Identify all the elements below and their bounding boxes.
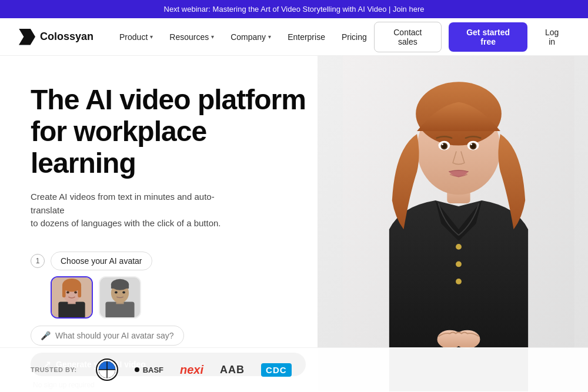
svg-point-19 bbox=[456, 261, 462, 267]
main-content: The AI video platformfor workplace learn… bbox=[0, 56, 588, 391]
contact-sales-button[interactable]: Contact sales bbox=[374, 22, 442, 52]
nav-pricing[interactable]: Pricing bbox=[335, 28, 374, 46]
cdc-badge: CDC bbox=[261, 363, 292, 377]
hero-subtitle: Create AI videos from text in minutes an… bbox=[31, 190, 230, 230]
svg-rect-5 bbox=[62, 285, 66, 297]
brand-logos: BASF nexi AAB CDC bbox=[96, 359, 292, 381]
step1-number: 1 bbox=[31, 254, 45, 268]
login-button[interactable]: Log in bbox=[534, 22, 569, 52]
nav-actions: Contact sales Get started free Log in bbox=[374, 22, 569, 52]
hero-background bbox=[318, 56, 588, 391]
nav-product[interactable]: Product ▾ bbox=[112, 28, 160, 46]
say-row: 🎤 What should your AI avatar say? bbox=[31, 326, 306, 346]
banner-text: Next webinar: Mastering the Art of Video… bbox=[164, 5, 425, 14]
svg-point-8 bbox=[74, 291, 77, 293]
avatar-female[interactable] bbox=[51, 276, 93, 319]
nav-company[interactable]: Company ▾ bbox=[223, 28, 278, 46]
cdc-logo: CDC bbox=[261, 363, 292, 377]
bmw-logo bbox=[96, 359, 118, 381]
basf-logo: BASF bbox=[135, 366, 163, 374]
avatar-male[interactable] bbox=[99, 276, 141, 319]
chevron-down-icon: ▾ bbox=[211, 33, 214, 40]
svg-point-15 bbox=[115, 291, 118, 293]
svg-point-20 bbox=[456, 279, 462, 284]
step1-label: Choose your AI avatar bbox=[51, 252, 152, 270]
nav-enterprise[interactable]: Enterprise bbox=[280, 28, 332, 46]
aab-logo: AAB bbox=[220, 364, 245, 376]
svg-point-18 bbox=[456, 244, 462, 250]
svg-point-27 bbox=[442, 143, 443, 145]
chevron-down-icon: ▾ bbox=[150, 33, 153, 40]
avatar-options bbox=[51, 276, 306, 319]
hero-person-image bbox=[341, 56, 576, 391]
svg-rect-14 bbox=[111, 284, 129, 289]
svg-point-16 bbox=[122, 291, 125, 293]
logo-link[interactable]: Colossyan bbox=[19, 29, 93, 45]
chevron-down-icon: ▾ bbox=[268, 33, 271, 40]
say-placeholder: What should your AI avatar say? bbox=[55, 331, 174, 340]
svg-rect-1 bbox=[58, 301, 85, 318]
svg-rect-6 bbox=[78, 285, 81, 297]
logo-text: Colossyan bbox=[40, 31, 93, 43]
nav-resources[interactable]: Resources ▾ bbox=[162, 28, 221, 46]
logo-icon bbox=[19, 29, 35, 45]
bmw-logo-icon bbox=[96, 359, 118, 381]
mic-icon: 🎤 bbox=[41, 331, 51, 340]
nexi-logo: nexi bbox=[180, 363, 203, 377]
avatar-say-input[interactable]: 🎤 What should your AI avatar say? bbox=[31, 326, 184, 346]
get-started-button[interactable]: Get started free bbox=[449, 22, 527, 52]
hero-title: The AI video platformfor workplace learn… bbox=[31, 84, 306, 179]
trusted-label: TRUSTED BY: bbox=[31, 366, 77, 373]
svg-point-31 bbox=[470, 143, 472, 145]
step1-row: 1 Choose your AI avatar bbox=[31, 252, 306, 270]
trusted-section: TRUSTED BY: BASF bbox=[0, 347, 588, 391]
nav-links: Product ▾ Resources ▾ Company ▾ Enterpri… bbox=[112, 28, 374, 46]
hero-right bbox=[318, 56, 588, 391]
announcement-banner[interactable]: Next webinar: Mastering the Art of Video… bbox=[0, 0, 588, 18]
svg-point-7 bbox=[66, 291, 69, 293]
hero-left: The AI video platformfor workplace learn… bbox=[0, 56, 306, 391]
basf-dot-icon bbox=[135, 367, 139, 372]
svg-rect-10 bbox=[105, 301, 134, 318]
navbar: Colossyan Product ▾ Resources ▾ Company … bbox=[0, 18, 588, 56]
